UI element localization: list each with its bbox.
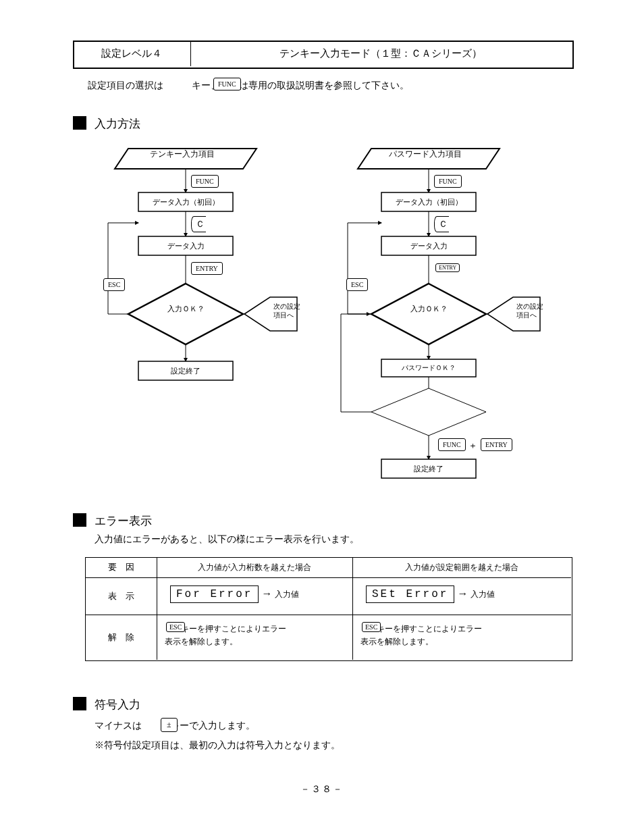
fr-entry: ENTRY [435, 263, 460, 272]
sec2-title: エラー表示 [95, 513, 152, 529]
intro-text: 設定項目の選択は キー、詳細は専用の取扱説明書を参照して下さい。 [88, 80, 409, 92]
r2c3: キーを押すことによりエラー 表示を解除します。 [360, 623, 563, 648]
lcd-set-error: SEt Error [366, 585, 454, 603]
sec2-lead: 入力値にエラーがあると、以下の様にエラー表示を行います。 [95, 533, 359, 546]
r1c3-suffix: 入力値 [471, 590, 495, 599]
fr-s2: データ入力 [381, 236, 476, 255]
arrow-icon-2: → [457, 588, 468, 599]
fl-c: Ｃ [191, 216, 206, 232]
th1: 要 因 [85, 557, 157, 577]
r1c2-suffix: 入力値 [275, 590, 299, 599]
fr-s3: パスワードＯＫ？ [381, 359, 476, 377]
fl-end: 設定終了 [138, 361, 233, 380]
fr-start: パスワード入力項目 [361, 144, 489, 164]
r2c2-key: ESC [166, 622, 185, 632]
fr-c: Ｃ [434, 216, 449, 232]
fr-dec: 入力ＯＫ？ [385, 304, 473, 314]
sec1-title: 入力方法 [95, 116, 140, 132]
sec3-bullet [73, 697, 86, 710]
sec2-bullet [73, 513, 86, 527]
svg-marker-6 [128, 284, 243, 344]
tbl-h1 [85, 577, 571, 578]
th2: 入力値が入力桁数を越えた場合 [157, 557, 352, 577]
svg-marker-24 [371, 388, 486, 436]
r1c3: SEt Error → 入力値 [366, 585, 495, 603]
tbl-h2 [85, 615, 571, 615]
r2c3-key: ESC [362, 622, 381, 632]
fr-end: 設定終了 [381, 459, 476, 478]
arrow-icon: → [261, 588, 272, 599]
fr-end-a: FUNC [438, 438, 466, 451]
intro-key: FUNC [213, 78, 241, 90]
header-right: テンキー入力モード（１型：ＣＡシリーズ） [190, 41, 571, 66]
sec1-bullet [73, 116, 86, 130]
fr-func: FUNC [434, 175, 462, 188]
fl-entry: ENTRY [191, 262, 223, 275]
fr-note: 次の設定 項目へ [516, 302, 557, 319]
r2c1: 解 除 [85, 615, 157, 660]
fr-s1: データ入力（初回） [381, 192, 476, 211]
fl-esc: ESC [103, 278, 125, 291]
r1c1: 表 示 [85, 577, 157, 615]
fr-esc: ESC [346, 278, 368, 291]
r2c2: キーを押すことによりエラー 表示を解除します。 [165, 623, 347, 648]
page-number: －３８－ [0, 783, 644, 796]
r1c2: For Error → 入力値 [170, 585, 299, 603]
sec3-body2: ※符号付設定項目は、最初の入力は符号入力となります。 [95, 739, 340, 752]
fr-end-b: ENTRY [481, 438, 512, 451]
header-left: 設定レベル４ [73, 41, 190, 66]
svg-marker-20 [371, 284, 486, 344]
fl-func: FUNC [191, 175, 219, 188]
sec3-key: ± [161, 718, 178, 732]
sec3-title: 符号入力 [95, 697, 140, 712]
fl-s2: データ入力 [138, 236, 233, 255]
fr-plus: ＋ [468, 440, 477, 452]
lcd-for-error: For Error [170, 585, 259, 603]
fl-start: テンキー入力項目 [118, 144, 246, 164]
fl-note: 次の設定 項目へ [273, 302, 314, 319]
th3: 入力値が設定範囲を越えた場合 [352, 557, 571, 577]
fl-s1: データ入力（初回） [138, 192, 233, 211]
fl-dec: 入力ＯＫ？ [142, 304, 230, 314]
